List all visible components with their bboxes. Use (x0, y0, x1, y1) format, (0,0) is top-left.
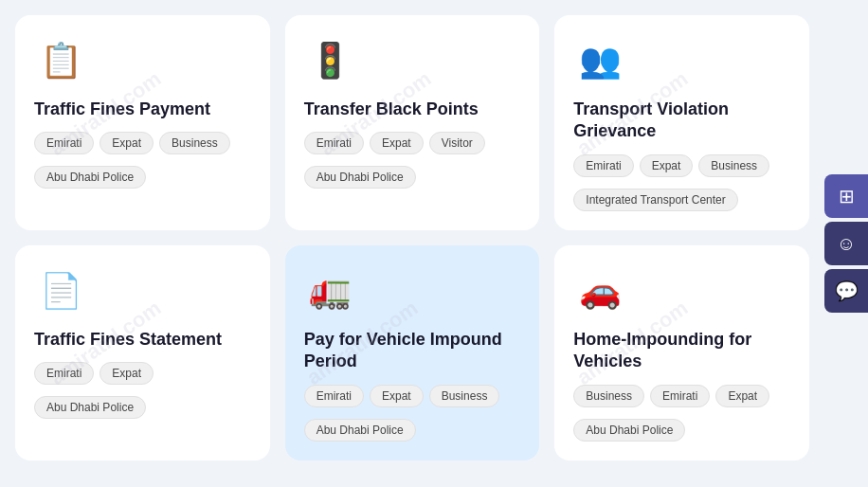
tag-visitor[interactable]: Visitor (429, 132, 485, 154)
provider-tag-abu-dhabi-police[interactable]: Abu Dhabi Police (34, 396, 146, 419)
transport-violation-grievance-title: Transport Violation Grievance (573, 99, 790, 143)
transport-violation-grievance-provider-tags: Integrated Transport Center (573, 189, 790, 211)
provider-tag-integrated-transport-center[interactable]: Integrated Transport Center (573, 189, 737, 211)
traffic-fines-payment-title: Traffic Fines Payment (34, 99, 251, 120)
traffic-fines-payment-provider-tags: Abu Dhabi Police (34, 166, 251, 189)
card-transport-violation-grievance[interactable]: amiratıd.com👥Transport Violation Grievan… (554, 15, 809, 230)
provider-tag-abu-dhabi-police[interactable]: Abu Dhabi Police (573, 419, 685, 442)
card-home-impounding-vehicles[interactable]: amiratıd.com🚗Home-Impounding for Vehicle… (554, 245, 809, 460)
tag-emirati[interactable]: Emirati (304, 132, 364, 154)
pay-vehicle-impound-provider-tags: Abu Dhabi Police (304, 419, 521, 442)
grid-view-button[interactable]: ⊞ (824, 174, 868, 218)
home-impounding-vehicles-title: Home-Impounding for Vehicles (573, 329, 790, 373)
pay-vehicle-impound-title: Pay for Vehicle Impound Period (304, 329, 521, 373)
card-traffic-fines-payment[interactable]: amiratıd.com📋Traffic Fines PaymentEmirat… (15, 15, 270, 230)
traffic-fines-payment-icon: 📋 (34, 34, 87, 87)
tag-expat[interactable]: Expat (99, 132, 154, 154)
card-traffic-fines-statement[interactable]: amiratıd.com📄Traffic Fines StatementEmir… (15, 245, 270, 460)
traffic-fines-statement-provider-tags: Abu Dhabi Police (34, 396, 251, 419)
card-transfer-black-points[interactable]: amiratıd.com🚦Transfer Black PointsEmirat… (285, 15, 540, 230)
tag-expat[interactable]: Expat (715, 385, 769, 407)
tag-business[interactable]: Business (159, 132, 230, 154)
provider-tag-abu-dhabi-police[interactable]: Abu Dhabi Police (34, 166, 146, 189)
traffic-fines-statement-title: Traffic Fines Statement (34, 329, 251, 351)
home-impounding-vehicles-provider-tags: Abu Dhabi Police (573, 419, 790, 442)
transport-violation-grievance-user-tags: EmiratiExpatBusiness (573, 154, 790, 177)
transfer-black-points-provider-tags: Abu Dhabi Police (304, 166, 521, 189)
tag-emirati[interactable]: Emirati (34, 132, 94, 154)
tag-expat[interactable]: Expat (370, 132, 424, 154)
emoji-button[interactable]: ☺ (824, 222, 868, 265)
tag-expat[interactable]: Expat (99, 362, 154, 385)
pay-vehicle-impound-user-tags: EmiratiExpatBusiness (304, 385, 521, 407)
provider-tag-abu-dhabi-police[interactable]: Abu Dhabi Police (304, 419, 416, 442)
card-pay-vehicle-impound[interactable]: amiratıd.com🚛Pay for Vehicle Impound Per… (285, 245, 540, 460)
home-impounding-vehicles-user-tags: BusinessEmiratiExpat (573, 385, 790, 407)
provider-tag-abu-dhabi-police[interactable]: Abu Dhabi Police (304, 166, 416, 189)
transfer-black-points-user-tags: EmiratiExpatVisitor (304, 132, 521, 154)
tag-emirati[interactable]: Emirati (304, 385, 364, 407)
transfer-black-points-title: Transfer Black Points (304, 99, 521, 120)
traffic-fines-statement-icon: 📄 (34, 264, 87, 317)
sidebar-buttons: ⊞☺💬 (824, 174, 868, 313)
cards-grid: amiratıd.com📋Traffic Fines PaymentEmirat… (0, 0, 824, 476)
transfer-black-points-icon: 🚦 (304, 34, 357, 87)
pay-vehicle-impound-icon: 🚛 (304, 264, 357, 317)
transport-violation-grievance-icon: 👥 (573, 34, 626, 87)
traffic-fines-statement-user-tags: EmiratiExpat (34, 362, 251, 385)
tag-expat[interactable]: Expat (370, 385, 424, 407)
chat-button[interactable]: 💬 (824, 269, 868, 313)
traffic-fines-payment-user-tags: EmiratiExpatBusiness (34, 132, 251, 154)
tag-business[interactable]: Business (573, 385, 644, 407)
tag-expat[interactable]: Expat (640, 154, 694, 177)
home-impounding-vehicles-icon: 🚗 (573, 264, 626, 317)
tag-business[interactable]: Business (429, 385, 500, 407)
tag-emirati[interactable]: Emirati (573, 154, 633, 177)
tag-emirati[interactable]: Emirati (34, 362, 94, 385)
tag-business[interactable]: Business (698, 154, 769, 177)
tag-emirati[interactable]: Emirati (650, 385, 710, 407)
